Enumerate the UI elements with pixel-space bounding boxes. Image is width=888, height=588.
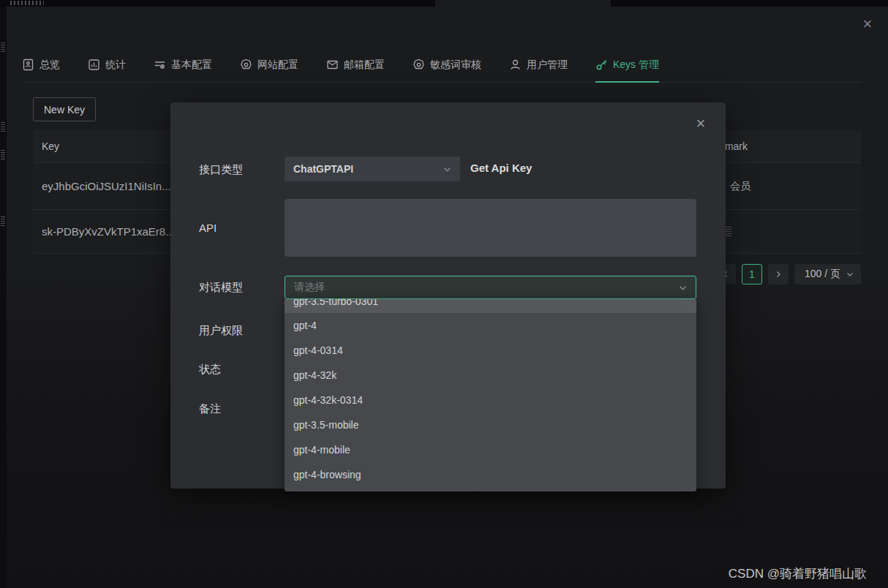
pagination: 1 100 / 页 xyxy=(715,264,861,284)
model-placeholder: 请选择 xyxy=(294,281,679,294)
chevron-down-icon xyxy=(679,284,687,292)
modal-close-icon[interactable]: × xyxy=(691,114,710,133)
model-select[interactable]: 请选择 xyxy=(285,276,696,299)
settings-tab-bar: 总览 统计 基本配置 网站配置 邮箱配置 敏感词审核 用户管理 Keys 管理 xyxy=(22,48,861,83)
get-api-key-link[interactable]: Get Api Key xyxy=(470,162,532,174)
option-gpt-3.5-mobile[interactable]: gpt-3.5-mobile xyxy=(285,412,696,437)
tab-mail-config[interactable]: 邮箱配置 xyxy=(326,49,385,83)
page-size-select[interactable]: 100 / 页 xyxy=(794,264,861,284)
tab-statistics[interactable]: 统计 xyxy=(88,49,126,83)
keys-management-icon xyxy=(595,59,608,71)
api-label: API xyxy=(199,222,217,234)
tab-basic-config[interactable]: 基本配置 xyxy=(154,49,212,83)
interface-type-value: ChatGPTAPI xyxy=(293,163,443,175)
option-gpt-4-32k[interactable]: gpt-4-32k xyxy=(285,363,696,388)
next-page-button[interactable] xyxy=(768,264,789,284)
admin-settings-screen: × 总览 统计 基本配置 网站配置 邮箱配置 敏感词审核 用户管理 xyxy=(0,0,888,588)
tab-label: 邮箱配置 xyxy=(344,59,385,72)
page-size-value: 100 / 页 xyxy=(805,268,840,281)
tab-label: 总览 xyxy=(39,59,60,72)
tab-overview[interactable]: 总览 xyxy=(22,49,60,83)
key-column-header: Key xyxy=(42,130,59,163)
option-gpt-4-mobile[interactable]: gpt-4-mobile xyxy=(285,437,696,462)
interface-type-label: 接口类型 xyxy=(199,163,243,177)
option-gpt-4-0314[interactable]: gpt-4-0314 xyxy=(285,338,696,363)
tab-sensitive-words[interactable]: 敏感词审核 xyxy=(413,49,481,83)
tab-label: 统计 xyxy=(105,59,126,72)
top-window-strip xyxy=(0,0,888,7)
model-label: 对话模型 xyxy=(199,281,243,295)
option-gpt-4-32k-0314[interactable]: gpt-4-32k-0314 xyxy=(285,388,696,412)
tab-keys-management[interactable]: Keys 管理 xyxy=(595,49,659,83)
key-cell: eyJhbGciOiJSUzI1NiIsIn... xyxy=(42,163,171,209)
csdn-watermark: CSDN @骑着野猪唱山歌 xyxy=(729,565,867,582)
option-gpt-4-browsing[interactable]: gpt-4-browsing xyxy=(285,462,696,487)
overview-icon xyxy=(22,59,34,71)
model-options-dropdown: gpt-3.5-turbo-0301 gpt-4 gpt-4-0314 gpt-… xyxy=(285,299,696,491)
mail-config-icon xyxy=(326,59,339,71)
close-icon[interactable]: × xyxy=(859,15,876,33)
tab-label: 用户管理 xyxy=(527,59,568,72)
page-number-button[interactable]: 1 xyxy=(742,264,762,284)
stats-icon xyxy=(88,59,100,71)
top-edge-text-fragment xyxy=(10,1,44,5)
option-gpt-3.5-turbo-0301[interactable]: gpt-3.5-turbo-0301 xyxy=(285,299,696,313)
remark-cell: 会员 xyxy=(730,163,750,209)
clipped-remark-fragment xyxy=(726,227,731,238)
permission-label: 用户权限 xyxy=(199,324,243,338)
tab-label: 网站配置 xyxy=(257,59,298,72)
chevron-right-icon xyxy=(775,271,782,278)
tab-site-config[interactable]: 网站配置 xyxy=(240,49,298,83)
remark-label: 备注 xyxy=(199,402,221,416)
option-gpt-4[interactable]: gpt-4 xyxy=(285,313,696,338)
basic-config-icon xyxy=(154,59,166,71)
key-cell: sk-PDByXvZVkTP1xaEr8... xyxy=(42,210,175,253)
tab-label: Keys 管理 xyxy=(613,59,659,72)
tab-label: 敏感词审核 xyxy=(430,59,481,72)
status-label: 状态 xyxy=(199,363,221,377)
interface-type-select[interactable]: ChatGPTAPI xyxy=(285,157,460,181)
site-config-icon xyxy=(240,59,252,71)
user-management-icon xyxy=(509,59,522,71)
left-window-strip xyxy=(0,7,7,588)
sensitive-words-icon xyxy=(413,59,425,71)
tab-label: 基本配置 xyxy=(171,59,212,72)
new-key-button[interactable]: New Key xyxy=(33,97,96,121)
chevron-down-icon xyxy=(443,165,451,173)
tab-user-management[interactable]: 用户管理 xyxy=(509,49,568,83)
chevron-down-icon xyxy=(846,271,854,278)
api-input[interactable] xyxy=(285,199,696,257)
